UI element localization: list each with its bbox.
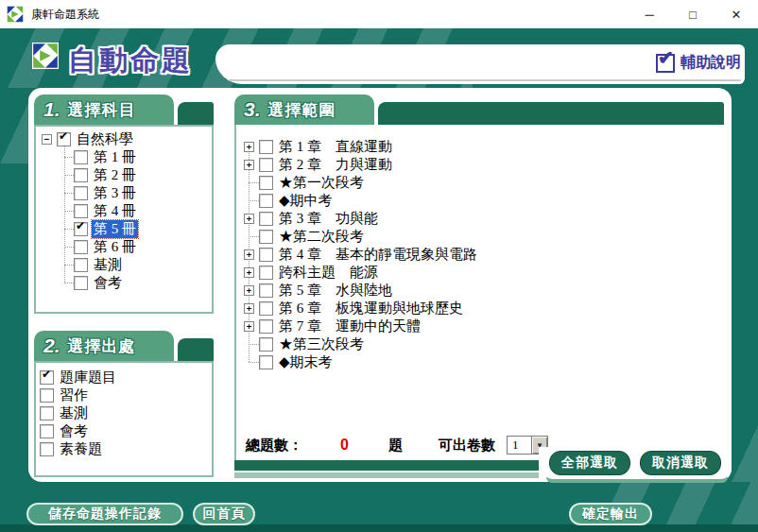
tree-item[interactable]: 第 2 冊	[36, 166, 212, 184]
checkbox[interactable]	[74, 186, 88, 200]
tree-item-label[interactable]: 第 1 章 直線運動	[279, 138, 392, 156]
tree-item[interactable]: 第 4 冊	[36, 202, 212, 220]
checkbox-checked[interactable]: ✔	[74, 222, 88, 236]
checkbox[interactable]	[259, 140, 273, 154]
tree-item-selected[interactable]: ✔ 第 5 冊	[36, 220, 212, 238]
list-item-label[interactable]: 會考	[60, 422, 88, 440]
tree-item[interactable]: 第 3 冊	[36, 184, 212, 202]
tree-item[interactable]: ★第三次段考	[238, 335, 477, 353]
checkbox[interactable]	[259, 355, 273, 369]
tree-item-label[interactable]: 第 5 章 水與陸地	[279, 282, 392, 300]
tree-item-label[interactable]: 第 4 章 基本的靜電現象與電路	[279, 246, 477, 264]
expand-icon[interactable]: +	[244, 267, 254, 278]
checkbox[interactable]	[259, 194, 273, 208]
checkbox[interactable]	[74, 168, 88, 182]
minimize-button[interactable]: ─	[628, 0, 671, 28]
checkbox[interactable]	[74, 276, 88, 290]
tree-item[interactable]: ★第一次段考	[238, 174, 477, 192]
checkbox[interactable]	[40, 406, 54, 420]
checkbox[interactable]	[259, 176, 273, 190]
list-item-label[interactable]: 基測	[60, 404, 88, 422]
select-all-button[interactable]: 全部選取	[549, 451, 630, 475]
tree-item[interactable]: + 第 6 章 板塊運動與地球歷史	[238, 300, 477, 317]
maximize-button[interactable]: □	[671, 0, 715, 28]
tree-item[interactable]: 第 1 冊	[36, 148, 212, 166]
tree-item-label[interactable]: 第 4 冊	[94, 202, 136, 220]
tree-item[interactable]: 第 6 冊	[36, 238, 212, 256]
tree-item-label[interactable]: 第 3 章 功與能	[279, 210, 378, 228]
tree-item[interactable]: ◆期末考	[238, 353, 477, 371]
expand-icon[interactable]: +	[244, 214, 254, 224]
tree-item[interactable]: + 第 7 章 運動中的天體	[238, 317, 477, 335]
tree-item-label[interactable]: ★第三次段考	[279, 335, 364, 353]
help-link[interactable]: ✔ 輔助說明	[656, 53, 741, 73]
tree-item-label[interactable]: 第 1 冊	[94, 148, 136, 166]
checkbox[interactable]	[259, 158, 273, 172]
checkbox[interactable]	[259, 337, 273, 352]
checkbox[interactable]	[74, 240, 88, 254]
checkbox-checked[interactable]: ✔	[57, 132, 71, 146]
tree-item-label[interactable]: 第 6 冊	[94, 238, 136, 256]
tree-item-label[interactable]: ★第一次段考	[279, 174, 364, 192]
list-item-label[interactable]: 習作	[60, 386, 88, 404]
collapse-icon[interactable]: −	[42, 134, 52, 145]
tree-item-label[interactable]: 自然科學	[77, 130, 133, 148]
tree-item[interactable]: + 第 1 章 直線運動	[238, 138, 477, 156]
tree-item-label[interactable]: ◆期末考	[279, 353, 333, 371]
checkbox[interactable]	[40, 388, 54, 403]
tree-item[interactable]: ◆期中考	[238, 192, 477, 210]
tree-item-label[interactable]: 第 2 冊	[94, 166, 136, 184]
tree-item[interactable]: 會考	[36, 274, 212, 292]
tree-item-label[interactable]: ★第二次段考	[279, 228, 364, 246]
tree-item[interactable]: 基測	[36, 256, 212, 274]
tree-item[interactable]: + 第 4 章 基本的靜電現象與電路	[238, 246, 477, 264]
tree-item-label[interactable]: 基測	[94, 256, 122, 274]
tree-item[interactable]: ★第二次段考	[238, 228, 477, 246]
tree-item-label[interactable]: 跨科主題 能源	[279, 264, 378, 282]
tree-item-label[interactable]: 會考	[94, 274, 122, 292]
tree-item-label[interactable]: ◆期中考	[279, 192, 333, 210]
checkbox[interactable]	[40, 424, 54, 438]
tree-item-label[interactable]: 第 2 章 力與運動	[279, 156, 392, 174]
checkbox[interactable]	[74, 204, 88, 218]
checkbox[interactable]	[40, 442, 54, 456]
home-button[interactable]: 回首頁	[193, 503, 255, 525]
close-button[interactable]: ✕	[715, 0, 758, 28]
checkbox[interactable]	[259, 266, 273, 280]
tree-item[interactable]: + 第 5 章 水與陸地	[238, 282, 477, 300]
save-record-button[interactable]: 儲存命題操作記錄	[26, 503, 183, 525]
checkbox[interactable]	[259, 230, 273, 244]
expand-icon[interactable]: +	[244, 321, 254, 332]
list-item[interactable]: 素養題	[40, 440, 116, 458]
checkbox[interactable]	[259, 319, 273, 334]
tree-item-label[interactable]: 第 6 章 板塊運動與地球歷史	[279, 300, 463, 317]
confirm-output-button[interactable]: 確定輸出	[569, 503, 652, 525]
expand-icon[interactable]: +	[244, 303, 254, 314]
expand-icon[interactable]: +	[244, 160, 254, 170]
list-item-label[interactable]: 題庫題目	[60, 369, 116, 386]
list-item[interactable]: 會考	[40, 422, 116, 440]
tree-item[interactable]: + 第 2 章 力與運動	[238, 156, 477, 174]
tree-item-label[interactable]: 第 3 冊	[94, 184, 136, 202]
checkbox[interactable]	[259, 301, 273, 316]
list-item[interactable]: 習作	[40, 386, 116, 404]
checkbox[interactable]	[259, 212, 273, 226]
tree-item[interactable]: + 第 3 章 功與能	[238, 210, 477, 228]
range-tree: + 第 1 章 直線運動 + 第 2 章 力與運動 ★第一次段考 ◆期中考 + …	[238, 138, 477, 371]
tree-item[interactable]: + 跨科主題 能源	[238, 264, 477, 282]
list-item-label[interactable]: 素養題	[60, 440, 102, 458]
checkbox[interactable]	[74, 150, 88, 164]
deselect-button[interactable]: 取消選取	[640, 451, 721, 475]
tree-item-root[interactable]: − ✔ 自然科學	[36, 130, 212, 148]
checkbox-checked[interactable]: ✔	[40, 370, 54, 385]
checkbox[interactable]	[259, 283, 273, 298]
expand-icon[interactable]: +	[244, 249, 254, 260]
expand-icon[interactable]: +	[244, 285, 254, 296]
checkbox[interactable]	[259, 248, 273, 262]
checkbox[interactable]	[74, 258, 88, 272]
list-item[interactable]: 基測	[40, 404, 116, 422]
tree-item-label[interactable]: 第 7 章 運動中的天體	[279, 317, 421, 335]
list-item[interactable]: ✔ 題庫題目	[40, 369, 116, 386]
tree-item-label[interactable]: 第 5 冊	[92, 220, 138, 238]
expand-icon[interactable]: +	[244, 142, 254, 152]
